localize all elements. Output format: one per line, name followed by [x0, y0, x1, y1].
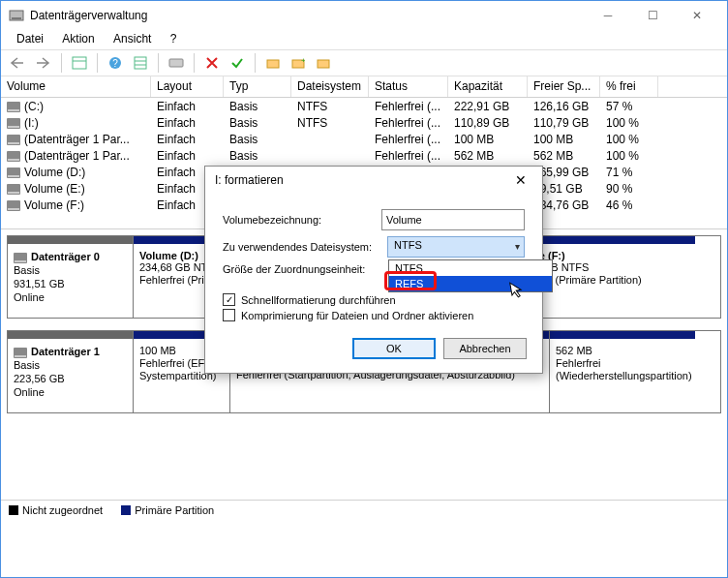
cell-type: Basis: [224, 149, 291, 163]
folder-icon[interactable]: [261, 52, 285, 74]
window-title: Datenträgerverwaltung: [30, 9, 147, 22]
format-dialog: I: formatieren ✕ Volumebezeichnung: Zu v…: [204, 166, 543, 374]
cell-status: Fehlerfrei (...: [369, 100, 448, 113]
cell-cap: 110,89 GB: [448, 116, 528, 130]
folder-add-icon[interactable]: +: [287, 52, 310, 74]
help-icon[interactable]: ?: [104, 52, 127, 74]
cell-vol: (Datenträger 1 Par...: [1, 133, 151, 146]
close-button[interactable]: ✕: [675, 1, 719, 30]
cell-pct: 71 %: [600, 166, 658, 179]
maximize-button[interactable]: ☐: [630, 1, 675, 30]
list-icon[interactable]: [129, 52, 152, 74]
cell-layout: Einfach: [151, 149, 224, 163]
checkbox-quick-format[interactable]: ✓: [223, 293, 235, 306]
titlebar: Datenträgerverwaltung ─ ☐ ✕: [1, 1, 727, 30]
col-capacity[interactable]: Kapazität: [448, 76, 528, 97]
svg-rect-9: [169, 59, 183, 67]
cancel-button[interactable]: Abbrechen: [443, 338, 527, 359]
folder-edit-icon[interactable]: [312, 52, 335, 74]
svg-rect-10: [267, 60, 279, 68]
svg-rect-1: [12, 17, 21, 19]
menubar: Datei Aktion Ansicht ?: [1, 30, 727, 49]
chevron-down-icon: ▾: [515, 241, 520, 252]
cell-status: Fehlerfrei (...: [369, 116, 448, 130]
cell-vol: (I:): [1, 116, 151, 130]
table-row[interactable]: (Datenträger 1 Par...EinfachBasisFehlerf…: [1, 131, 727, 147]
cell-fs: NTFS: [291, 100, 369, 113]
table-row[interactable]: (C:)EinfachBasisNTFSFehlerfrei (...222,9…: [1, 98, 727, 114]
menu-view[interactable]: Ansicht: [106, 30, 159, 47]
cell-free: 126,16 GB: [528, 100, 600, 113]
col-volume[interactable]: Volume: [1, 76, 151, 97]
dialog-title: I: formatieren: [215, 173, 284, 187]
forward-button[interactable]: [32, 52, 55, 74]
cell-status: Fehlerfrei (...: [369, 149, 448, 163]
volume-icon: [7, 118, 20, 129]
table-row[interactable]: (Datenträger 1 Par...EinfachBasisFehlerf…: [1, 147, 727, 164]
disk-label[interactable]: Datenträger 0Basis931,51 GBOnline: [8, 236, 134, 318]
legend-primary: Primäre Partition: [135, 504, 214, 516]
dialog-close-button[interactable]: ✕: [509, 172, 532, 188]
cell-type: Basis: [224, 100, 291, 113]
cell-layout: Einfach: [151, 133, 224, 146]
label-volume-name: Volumebezeichnung:: [223, 214, 381, 226]
disk-icon[interactable]: [165, 52, 188, 74]
volume-table-header: Volume Layout Typ Dateisystem Status Kap…: [1, 76, 727, 98]
svg-rect-2: [73, 57, 86, 69]
menu-file[interactable]: Datei: [9, 30, 51, 47]
volume-icon: [7, 135, 20, 145]
legend-swatch-unallocated: [9, 505, 18, 515]
cell-vol: Volume (D:): [1, 166, 151, 179]
col-free[interactable]: Freier Sp...: [528, 76, 600, 97]
select-filesystem-value: NTFS: [394, 239, 422, 251]
select-filesystem[interactable]: NTFS ▾: [387, 236, 525, 258]
checkbox-compress[interactable]: [223, 309, 235, 321]
cell-pct: 57 %: [600, 100, 658, 113]
label-filesystem: Zu verwendendes Dateisystem:: [223, 241, 387, 253]
disk-icon: [14, 253, 27, 263]
cell-free: 110,79 GB: [528, 116, 600, 130]
col-layout[interactable]: Layout: [151, 76, 224, 97]
cell-cap: 222,91 GB: [448, 100, 528, 113]
cell-pct: 46 %: [600, 198, 658, 212]
volume-icon: [7, 102, 20, 112]
cell-status: Fehlerfrei (...: [369, 133, 448, 146]
svg-rect-13: [318, 60, 329, 68]
cell-pct: 100 %: [600, 133, 658, 146]
cell-type: Basis: [224, 133, 291, 146]
partition[interactable]: 562 MBFehlerfrei (Wiederherstellungspart…: [550, 331, 695, 412]
volume-icon: [7, 167, 20, 178]
cell-cap: 100 MB: [448, 133, 528, 146]
minimize-button[interactable]: ─: [586, 1, 630, 30]
svg-text:?: ?: [112, 58, 118, 69]
cell-type: Basis: [224, 116, 291, 130]
menu-action[interactable]: Aktion: [54, 30, 102, 47]
cell-vol: Volume (E:): [1, 182, 151, 196]
view-icon[interactable]: [68, 52, 91, 74]
col-fs[interactable]: Dateisystem: [291, 76, 369, 97]
label-compress: Komprimierung für Dateien und Ordner akt…: [241, 310, 473, 321]
delete-icon[interactable]: [200, 52, 224, 74]
cell-cap: 562 MB: [448, 149, 528, 163]
ok-button[interactable]: OK: [352, 338, 436, 359]
col-status[interactable]: Status: [369, 76, 448, 97]
disk-icon: [14, 348, 27, 358]
cell-vol: (Datenträger 1 Par...: [1, 149, 151, 163]
cell-pct: 90 %: [600, 182, 658, 196]
table-row[interactable]: (I:)EinfachBasisNTFSFehlerfrei (...110,8…: [1, 114, 727, 131]
col-pct[interactable]: % frei: [600, 76, 658, 97]
cell-fs: NTFS: [291, 116, 369, 130]
menu-help[interactable]: ?: [163, 30, 185, 47]
svg-rect-6: [135, 57, 146, 69]
volume-icon: [7, 151, 20, 162]
volume-icon: [7, 200, 20, 211]
app-icon: [9, 8, 24, 23]
col-type[interactable]: Typ: [224, 76, 291, 97]
cell-pct: 100 %: [600, 116, 658, 130]
disk-label[interactable]: Datenträger 1Basis223,56 GBOnline: [8, 331, 134, 412]
back-button[interactable]: [7, 52, 30, 74]
check-icon[interactable]: [226, 52, 249, 74]
legend-swatch-primary: [121, 505, 131, 515]
input-volume-name[interactable]: [381, 209, 525, 230]
cell-layout: Einfach: [151, 100, 224, 113]
